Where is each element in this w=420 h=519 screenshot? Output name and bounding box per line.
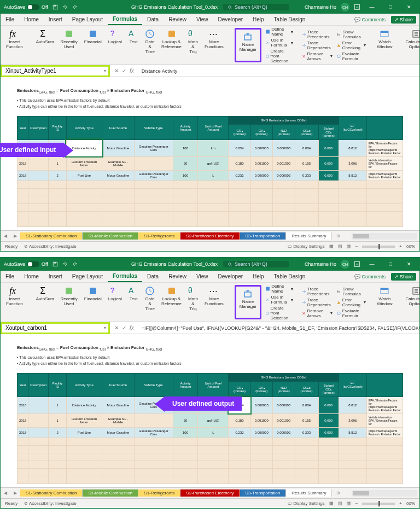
undo-icon[interactable]: [62, 261, 68, 267]
tab-formulas[interactable]: Formulas: [108, 14, 142, 25]
maximize-button[interactable]: □: [383, 1, 398, 14]
tab-developer[interactable]: Developer: [213, 14, 248, 25]
view-normal-icon[interactable]: ▦: [329, 244, 334, 249]
user-avatar[interactable]: CH: [341, 3, 349, 11]
sheet-tab-s3[interactable]: S3-Transportation: [240, 232, 287, 240]
save-icon[interactable]: [52, 4, 58, 10]
tab-page-layout[interactable]: Page Layout: [67, 14, 108, 25]
th-co2[interactable]: CO₂ (tonnes): [229, 124, 250, 139]
insert-function-button[interactable]: fx Insert Function: [4, 28, 25, 62]
use-in-formula-button[interactable]: Use in Formula ▾: [266, 38, 293, 48]
tab-help[interactable]: Help: [248, 14, 269, 25]
redo-icon[interactable]: [72, 261, 78, 267]
watch-window-button[interactable]: Watch Window: [375, 285, 394, 319]
zoom-in-icon[interactable]: +: [399, 501, 402, 506]
tab-view[interactable]: View: [191, 271, 213, 282]
share-button[interactable]: ↗ Share: [391, 16, 416, 24]
sheet-nav-next-icon[interactable]: ▶: [10, 491, 20, 495]
table-row[interactable]: 20182 Fuel UseMotor GasolineGasoline Pas…: [18, 170, 403, 180]
tab-review[interactable]: Review: [164, 271, 191, 282]
define-name-button[interactable]: Define Name ▾: [266, 27, 293, 37]
remove-arrows-button[interactable]: Remove Arrows ▾: [302, 308, 332, 318]
table-row[interactable]: 20181Custom emission factorExample S1 - …: [18, 413, 403, 427]
tab-file[interactable]: File: [1, 271, 19, 282]
date-time-button[interactable]: Date & Time: [143, 285, 157, 319]
tab-page-layout[interactable]: Page Layout: [67, 271, 108, 282]
ribbon-options-icon[interactable]: [354, 261, 360, 267]
math-button[interactable]: θMath & Trig: [186, 28, 200, 62]
minimize-button[interactable]: —: [365, 1, 379, 14]
define-name-button[interactable]: Define Name ▾: [266, 284, 293, 294]
th-n2o[interactable]: N₂O (tonnes): [272, 124, 295, 139]
th-description[interactable]: Description: [28, 116, 49, 139]
tab-formulas[interactable]: Formulas: [108, 271, 142, 282]
redo-icon[interactable]: [72, 4, 78, 10]
new-sheet-button[interactable]: ⊕: [332, 234, 345, 238]
sheet-tab-s1-mobile[interactable]: S1-Mobile Combustion: [83, 489, 138, 497]
th-co2e[interactable]: CO₂e (tonnes): [295, 124, 318, 139]
more-functions-button[interactable]: ⋯More Functions: [202, 28, 226, 62]
error-checking-button[interactable]: Error Checking ▾: [337, 298, 366, 307]
zoom-level[interactable]: 60%: [406, 244, 415, 249]
tab-file[interactable]: File: [1, 14, 19, 25]
logical-button[interactable]: ?Logical: [106, 28, 124, 62]
th-activity-amount[interactable]: Activity Amount: [173, 116, 198, 139]
name-box[interactable]: Xinput_ActivityType1: [1, 65, 110, 77]
recently-used-button[interactable]: Recently Used: [59, 28, 80, 62]
calculation-options-button[interactable]: Calculation Options: [404, 285, 420, 319]
tab-home[interactable]: Home: [19, 14, 44, 25]
minimize-button[interactable]: —: [365, 258, 379, 271]
remove-arrows-button[interactable]: Remove Arrows ▾: [302, 51, 332, 61]
sheet-tab-s1-refrigerants[interactable]: S1-Refrigerants: [138, 232, 180, 240]
save-icon[interactable]: [52, 261, 58, 267]
th-activity-type[interactable]: Activity Type: [66, 116, 102, 139]
show-formulas-button[interactable]: fxShow Formulas: [337, 287, 366, 296]
sheet-tab-s2[interactable]: S2-Purchased Electricity: [180, 232, 240, 240]
comments-button[interactable]: 💬 Comments: [351, 16, 389, 24]
horizontal-scrollbar[interactable]: [352, 233, 417, 240]
sheet-tab-results[interactable]: Results Summary: [286, 232, 332, 240]
recently-used-button[interactable]: Recently Used: [59, 285, 80, 319]
evaluate-formula-button[interactable]: Evaluate Formula: [337, 308, 366, 318]
use-in-formula-button[interactable]: Use in Formula ▾: [266, 295, 293, 305]
autosave-toggle[interactable]: AutoSaveOff: [4, 261, 48, 267]
search-box[interactable]: Search (Alt+Q): [223, 261, 289, 267]
search-box[interactable]: Search (Alt+Q): [223, 4, 289, 10]
formula-bar[interactable]: =IF([@Column4]="Fuel Use", IFNA((VLOOKUP…: [138, 325, 419, 331]
more-functions-button[interactable]: ⋯More Functions: [202, 285, 226, 319]
sheet-nav-prev-icon[interactable]: ◀: [1, 491, 10, 495]
sheet-tab-s1-stationary[interactable]: S1-Stationary Combustion: [20, 232, 83, 240]
create-from-selection-button[interactable]: Create from Selection: [266, 49, 293, 63]
close-button[interactable]: ✕: [402, 258, 416, 271]
text-button[interactable]: AText: [126, 285, 141, 319]
tab-view[interactable]: View: [191, 14, 213, 25]
evaluate-formula-button[interactable]: Evaluate Formula: [337, 51, 366, 61]
display-settings[interactable]: ▭ Display Settings: [288, 244, 325, 249]
tab-help[interactable]: Help: [248, 271, 269, 282]
view-break-icon[interactable]: ▥: [347, 501, 351, 506]
watch-window-button[interactable]: Watch Window: [375, 28, 394, 62]
status-accessibility[interactable]: ⊘ Accessibility: Investigate: [24, 244, 76, 249]
enter-formula-icon[interactable]: ✓: [122, 325, 126, 331]
error-checking-button[interactable]: Error Checking ▾: [337, 40, 366, 50]
maximize-button[interactable]: □: [383, 258, 398, 271]
financial-button[interactable]: Financial: [82, 28, 104, 62]
fx-icon[interactable]: fx: [130, 325, 134, 331]
autosave-toggle[interactable]: AutoSave Off: [4, 4, 48, 10]
table-row[interactable]: 20182Fuel UseMotor GasolineGasoline Pass…: [18, 427, 403, 438]
tab-home[interactable]: Home: [19, 271, 44, 282]
view-break-icon[interactable]: ▥: [347, 244, 351, 249]
sheet-nav-prev-icon[interactable]: ◀: [1, 234, 10, 238]
th-ch4[interactable]: CH₄ (tonnes): [250, 124, 272, 139]
trace-precedents-button[interactable]: Trace Precedents: [302, 30, 332, 39]
lookup-button[interactable]: Lookup & Reference: [159, 28, 184, 62]
sheet-tab-s1-mobile[interactable]: S1-Mobile Combustion: [83, 232, 138, 240]
enter-formula-icon[interactable]: ✓: [122, 68, 126, 74]
lookup-button[interactable]: Lookup & Reference: [159, 285, 184, 319]
view-normal-icon[interactable]: ▦: [329, 501, 334, 506]
th-ef[interactable]: EF (kgCO₂e/unit): [339, 116, 366, 139]
trace-dependents-button[interactable]: Trace Dependents: [302, 40, 332, 50]
text-button[interactable]: AText: [126, 28, 141, 62]
logical-button[interactable]: ?Logical: [106, 285, 124, 319]
undo-icon[interactable]: [62, 4, 68, 10]
